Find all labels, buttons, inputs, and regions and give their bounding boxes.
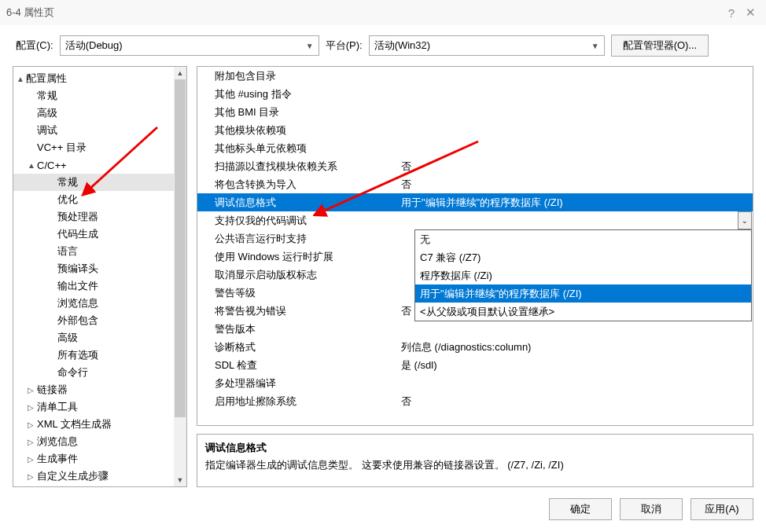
tree-item[interactable]: 调试 <box>13 122 186 139</box>
property-row[interactable]: 警告版本 <box>197 320 753 338</box>
tree-item[interactable]: ▷生成事件 <box>13 450 186 468</box>
help-icon[interactable]: ? <box>722 6 741 20</box>
scrollbar[interactable]: ▲ ▼ <box>174 67 186 486</box>
nav-tree[interactable]: ▲ ▼ ▲配置属性常规高级调试VC++ 目录▲C/C++常规优化预处理器代码生成… <box>13 66 187 487</box>
description-panel: 调试信息格式 指定编译器生成的调试信息类型。 这要求使用兼容的链接器设置。 (/… <box>197 434 753 487</box>
tree-item[interactable]: ▷自定义生成步骤 <box>13 468 186 485</box>
tree-item-label: 配置属性 <box>26 72 67 86</box>
expand-icon[interactable]: ▷ <box>28 420 37 429</box>
config-select[interactable]: 活动(Debug) ▼ <box>60 35 319 56</box>
expand-icon[interactable]: ▷ <box>28 386 37 394</box>
tree-item[interactable]: ▷清单工具 <box>13 398 186 416</box>
tree-item-label: XML 文档生成器 <box>37 417 112 431</box>
dropdown-option[interactable]: <从父级或项目默认设置继承> <box>415 303 751 321</box>
tree-item-label: 高级 <box>37 106 57 120</box>
expand-icon[interactable]: ▲ <box>17 75 26 83</box>
tree-item[interactable]: ▲C/C++ <box>13 156 186 174</box>
property-value[interactable]: 否 <box>398 394 753 409</box>
property-name: 诊断格式 <box>197 340 398 354</box>
dropdown-option[interactable]: 用于"编辑并继续"的程序数据库 (/ZI) <box>415 284 751 303</box>
property-name: 其他模块依赖项 <box>197 123 398 138</box>
tree-item-label: 优化 <box>57 193 78 207</box>
property-value[interactable]: 列信息 (/diagnostics:column) <box>398 340 753 354</box>
tree-item[interactable]: 外部包含 <box>13 312 186 329</box>
property-row[interactable]: 扫描源以查找模块依赖关系否 <box>197 157 753 175</box>
tree-item[interactable]: 预处理器 <box>13 208 186 226</box>
property-row[interactable]: 将包含转换为导入否 <box>197 175 753 193</box>
tree-item[interactable]: VC++ 目录 <box>13 139 186 156</box>
property-name: 公共语言运行时支持 <box>197 232 398 246</box>
tree-item[interactable]: 浏览信息 <box>13 295 186 312</box>
scrollbar-thumb[interactable] <box>175 79 186 417</box>
property-name: 其他 #using 指令 <box>197 87 398 101</box>
tree-item[interactable]: ▷浏览信息 <box>13 433 186 450</box>
expand-icon[interactable]: ▷ <box>28 438 37 446</box>
tree-item[interactable]: ▷XML 文档生成器 <box>13 416 186 433</box>
tree-item-label: 外部包含 <box>57 314 98 328</box>
tree-item[interactable]: 语言 <box>13 243 186 260</box>
ok-button[interactable]: 确定 <box>549 498 612 520</box>
property-value[interactable]: 否 <box>398 160 753 174</box>
property-row[interactable]: 启用地址擦除系统否 <box>197 392 753 410</box>
property-value[interactable]: 是 (/sdl) <box>398 358 753 372</box>
property-name: 其他标头单元依赖项 <box>197 141 398 156</box>
tree-item[interactable]: 输出文件 <box>13 277 186 295</box>
platform-select[interactable]: 活动(Win32) ▼ <box>369 35 605 56</box>
property-row[interactable]: 诊断格式列信息 (/diagnostics:column) <box>197 338 753 356</box>
property-row[interactable]: 其他模块依赖项 <box>197 121 753 139</box>
property-row[interactable]: 其他 #using 指令 <box>197 85 753 103</box>
property-value[interactable]: 否 <box>398 178 753 192</box>
dropdown-toggle[interactable]: ⌄ <box>738 211 752 229</box>
expand-icon[interactable]: ▲ <box>28 161 37 170</box>
dropdown-option[interactable]: 程序数据库 (/Zi) <box>415 266 751 284</box>
config-manager-button[interactable]: 配置管理器(O)... <box>611 35 709 57</box>
property-row[interactable]: 其他 BMI 目录 <box>197 103 753 121</box>
tree-item[interactable]: ▷链接器 <box>13 381 186 398</box>
cancel-button[interactable]: 取消 <box>620 498 683 520</box>
tree-item-label: 所有选项 <box>57 348 98 362</box>
tree-item[interactable]: 预编译头 <box>13 260 186 277</box>
tree-item[interactable]: 代码生成 <box>13 226 186 243</box>
property-row[interactable]: 多处理器编译 <box>197 374 753 392</box>
tree-item-label: 语言 <box>57 244 78 259</box>
property-row[interactable]: SDL 检查是 (/sdl) <box>197 356 753 374</box>
expand-icon[interactable]: ▷ <box>28 403 37 412</box>
property-row[interactable]: 附加包含目录 <box>197 67 753 85</box>
tree-item[interactable]: 高级 <box>13 329 186 347</box>
property-row[interactable]: 支持仅我的代码调试 <box>197 211 753 229</box>
tree-item-label: 代码生成 <box>57 227 98 241</box>
debug-format-dropdown[interactable]: 无C7 兼容 (/Z7)程序数据库 (/Zi)用于"编辑并继续"的程序数据库 (… <box>414 229 752 321</box>
tree-item-label: 输出文件 <box>57 279 98 293</box>
tree-item[interactable]: 命令行 <box>13 364 186 381</box>
close-icon[interactable]: ✕ <box>741 6 760 20</box>
dropdown-option[interactable]: 无 <box>415 230 751 248</box>
dropdown-option[interactable]: C7 兼容 (/Z7) <box>415 248 751 266</box>
property-name: 支持仅我的代码调试 <box>197 214 398 228</box>
tree-item[interactable]: 优化 <box>13 191 186 208</box>
property-grid: ⌄ 附加包含目录其他 #using 指令其他 BMI 目录其他模块依赖项其他标头… <box>197 66 753 426</box>
property-name: 取消显示启动版权标志 <box>197 268 398 282</box>
expand-icon[interactable]: ▷ <box>28 472 37 481</box>
tree-item[interactable]: ▲配置属性 <box>13 70 186 87</box>
tree-item-label: C/C++ <box>37 160 67 171</box>
property-value[interactable]: 用于"编辑并继续"的程序数据库 (/ZI) <box>398 196 753 210</box>
property-row[interactable]: 其他标头单元依赖项 <box>197 139 753 157</box>
tree-item[interactable]: 高级 <box>13 105 186 122</box>
expand-icon[interactable]: ▷ <box>28 455 37 464</box>
description-title: 调试信息格式 <box>205 441 745 455</box>
scroll-down-icon[interactable]: ▼ <box>174 474 186 486</box>
tree-item[interactable]: 常规 <box>13 87 186 105</box>
scroll-up-icon[interactable]: ▲ <box>174 67 186 79</box>
tree-item-label: 命令行 <box>57 365 88 380</box>
property-name: 多处理器编译 <box>197 376 398 391</box>
tree-item[interactable]: 常规 <box>13 174 186 191</box>
tree-item-label: 链接器 <box>37 383 68 397</box>
property-row[interactable]: 调试信息格式用于"编辑并继续"的程序数据库 (/ZI) <box>197 193 753 211</box>
tree-item[interactable]: 所有选项 <box>13 347 186 364</box>
chevron-down-icon: ⌄ <box>742 217 748 225</box>
apply-button[interactable]: 应用(A) <box>691 498 753 520</box>
tree-item-label: 生成事件 <box>37 452 78 466</box>
property-name: SDL 检查 <box>197 358 398 372</box>
platform-label: 平台(P): <box>326 39 363 53</box>
config-label: 配置(C): <box>16 39 53 53</box>
